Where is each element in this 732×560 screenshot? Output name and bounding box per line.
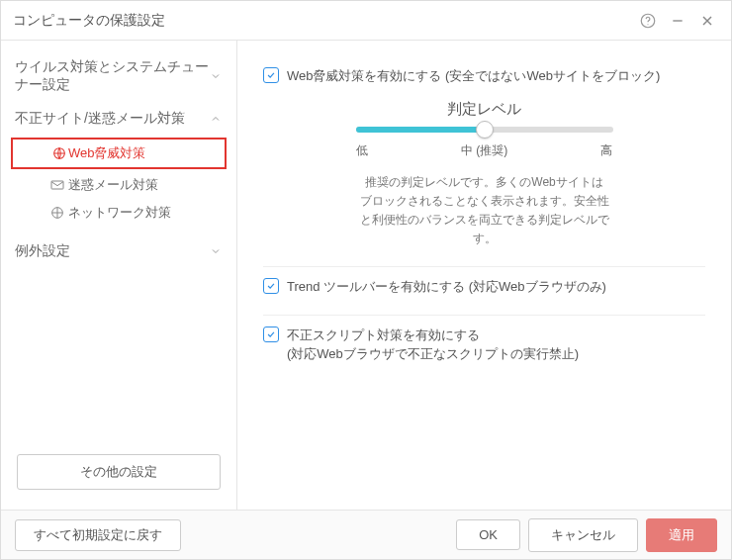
- slider-description: 推奨の判定レベルです。多くのWebサイトはブロックされることなく表示されます。安…: [356, 173, 613, 249]
- chevron-up-icon: [209, 112, 223, 126]
- svg-rect-6: [51, 181, 63, 189]
- sidebar-cat-label: ウイルス対策とシステムチューナー設定: [15, 58, 209, 94]
- script-checkbox[interactable]: [263, 327, 279, 342]
- web-threat-checkbox-label: Web脅威対策を有効にする (安全ではないWebサイトをブロック): [287, 66, 660, 86]
- toolbar-checkbox[interactable]: [263, 278, 279, 294]
- slider-thumb[interactable]: [476, 121, 494, 139]
- chevron-down-icon: [209, 244, 223, 258]
- sidebar-cat-label: 不正サイト/迷惑メール対策: [15, 110, 209, 128]
- slider-title: 判定レベル: [356, 100, 613, 119]
- reset-defaults-button[interactable]: すべて初期設定に戻す: [15, 519, 181, 551]
- sidebar-cat-exceptions[interactable]: 例外設定: [1, 233, 236, 266]
- slider-label-mid: 中 (推奨): [461, 142, 507, 159]
- sidebar-item-label: 迷惑メール対策: [68, 176, 158, 194]
- chevron-down-icon: [209, 69, 223, 83]
- close-icon[interactable]: [695, 9, 719, 33]
- sidebar-item-web-threat[interactable]: Web脅威対策: [11, 138, 227, 169]
- slider-label-low: 低: [356, 142, 368, 159]
- mail-icon: [48, 176, 66, 194]
- svg-point-1: [647, 24, 648, 25]
- script-checkbox-label: 不正スクリプト対策を有効にする (対応Webブラウザで不正なスクリプトの実行禁止…: [287, 326, 579, 364]
- sidebar-item-spam[interactable]: 迷惑メール対策: [1, 171, 236, 199]
- sidebar-item-label: ネットワーク対策: [68, 204, 171, 222]
- sidebar-cat-virus[interactable]: ウイルス対策とシステムチューナー設定: [1, 48, 236, 100]
- window-title: コンピュータの保護設定: [13, 12, 630, 30]
- sidebar-cat-label: 例外設定: [15, 242, 209, 260]
- sidebar-item-network[interactable]: ネットワーク対策: [1, 199, 236, 227]
- web-threat-checkbox[interactable]: [263, 67, 279, 83]
- toolbar-checkbox-label: Trend ツールバーを有効にする (対応Webブラウザのみ): [287, 277, 606, 297]
- sidebar-item-label: Web脅威対策: [68, 144, 146, 162]
- other-settings-button[interactable]: その他の設定: [17, 454, 221, 490]
- level-slider[interactable]: [356, 127, 613, 133]
- slider-label-high: 高: [600, 142, 612, 159]
- apply-button[interactable]: 適用: [646, 518, 717, 552]
- cancel-button[interactable]: キャンセル: [528, 518, 638, 552]
- sidebar-cat-unsafe[interactable]: 不正サイト/迷惑メール対策: [1, 100, 236, 134]
- globe-shield-icon: [50, 144, 68, 162]
- network-icon: [48, 204, 66, 222]
- slider-fill: [356, 127, 485, 133]
- help-icon[interactable]: [636, 9, 660, 33]
- minimize-icon[interactable]: [666, 9, 689, 33]
- ok-button[interactable]: OK: [456, 519, 520, 550]
